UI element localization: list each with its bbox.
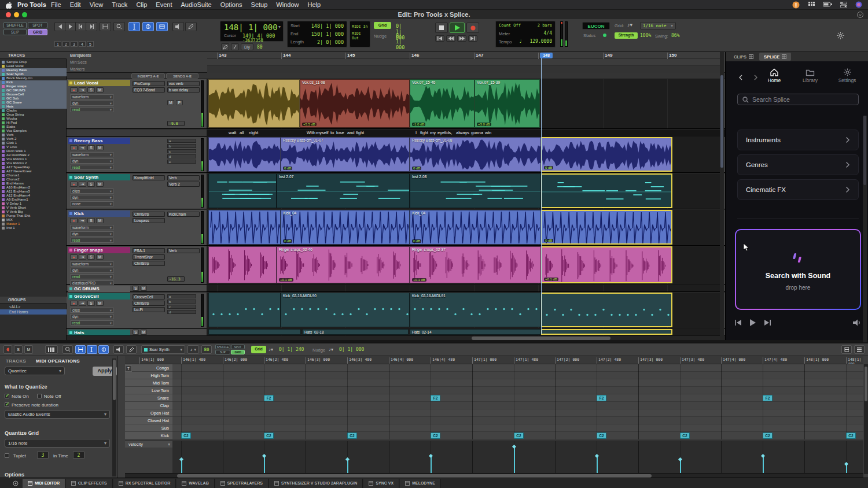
drum-lane-closed-hat[interactable]: Closed Hat [125,417,172,424]
checkbox-box[interactable] [5,394,9,398]
toolbar-gear-icon[interactable] [837,32,844,39]
selected-clip[interactable]: 0 dB [541,137,672,172]
sidebar-track-a9-endharm1[interactable]: A9 EndHarm1 [0,198,67,202]
midi-record-icon[interactable] [3,345,12,354]
start-value[interactable]: 148| 1| 000 [311,23,344,29]
mute-button[interactable]: M [141,330,147,335]
velocity-diamond[interactable] [595,454,599,458]
preview-play-icon[interactable] [750,319,756,326]
solo-button[interactable]: S [133,286,139,291]
track-lane-groovecell[interactable]: Kick_02-16-MIDI-90Kick_02-16-MIDI-91 [207,293,722,328]
track-view-select-dyn[interactable]: dyn▾ [70,158,114,164]
sidebar-track-a12-endharm4[interactable]: A12 EndHarm4 [0,194,67,198]
sends-column-header[interactable]: SENDS A-E [166,73,198,79]
lane-row-sub[interactable] [172,424,863,432]
lane-row-snare[interactable] [172,394,863,402]
midi-note-f2[interactable]: F2 [264,395,274,401]
tracks-list-header[interactable]: TRACKS [0,52,67,59]
sidebar-track-mix[interactable]: MIX [0,218,67,222]
sidebar-track-hi-pad[interactable]: Hi Pad [0,121,67,125]
drum-lane-snare[interactable]: Snare [125,394,172,402]
insert-psa-1[interactable]: PSA-1 [133,248,165,253]
velocity-diamond[interactable] [678,457,682,461]
nudge-value[interactable]: 0| 1| 000 [396,33,404,50]
selected-clip[interactable] [541,293,672,327]
sidebar-track-gc-snare[interactable]: GC Snare [0,101,67,105]
insert-kompltkntrl[interactable]: KompltKntrl [133,175,165,180]
midi-note-c2[interactable]: C2 [181,432,191,439]
audio-clip[interactable] [208,79,300,128]
sidebar-track-gc-sub[interactable]: GC Sub [0,97,67,101]
track-lane-finger-snaps[interactable]: Finger snaps_02-40+0.1 dBFinger snaps_02… [207,246,722,284]
track-lane-lead-vocal[interactable]: Vox.03_11-08+5.5 dBVox.07_15-46-1.0 dBVo… [207,79,722,128]
track-view-select-dyn[interactable]: dyn▾ [70,101,114,106]
pencil-tool-button[interactable] [185,22,197,31]
midi-note-f2[interactable]: F2 [431,395,440,401]
lane-row-closed-hat[interactable] [172,417,863,424]
main-counter[interactable]: 148| 1| 000 [224,23,278,32]
velocity-diamond[interactable] [262,454,266,458]
sidebar-track-wocka[interactable]: Wocka [0,117,67,121]
bar-number-145[interactable]: 145 [345,53,355,59]
lane-row-low-tom[interactable] [172,387,863,394]
midi-out-indicator[interactable]: MIDI Out [352,31,370,40]
solo-button[interactable]: S [87,218,95,223]
velocity-stem[interactable] [431,456,432,474]
audio-clip[interactable]: Reecey Bass-cm_01-070 dB [281,137,410,172]
grid-menu-icon[interactable] [808,1,815,8]
midi-default-velocity[interactable]: 80 [201,345,212,354]
midi-note-c2[interactable]: C2 [431,432,440,439]
track-view-select-none[interactable]: none▾ [70,201,114,206]
swing-value[interactable]: 86% [671,33,679,38]
solo-button[interactable]: S [87,254,95,260]
bottom-tab-midi-editor[interactable]: MIDI EDITOR [23,479,65,488]
go-to-end-button[interactable] [468,35,477,42]
selected-clip[interactable]: 0 dB [541,210,672,245]
menu-file[interactable]: File [51,1,61,8]
velocity-diamond[interactable] [429,454,433,458]
track-view-select-waveform[interactable]: waveform▾ [70,225,114,230]
insert-lowpass[interactable]: Lowpass [133,218,165,223]
insert-lo-fi[interactable]: Lo-Fi [133,307,165,312]
midi-in-indicator[interactable]: MIDI In [352,24,367,29]
velocity-diamond[interactable] [512,445,516,449]
send-slot-b[interactable]: b [167,300,196,304]
midi-note-f2[interactable]: F2 [763,395,773,401]
solo-button[interactable]: S [87,301,95,306]
grid-mode-button[interactable]: Grid [374,22,391,29]
skip-back-icon[interactable] [735,320,742,326]
sidebar-track-master-1[interactable]: Master 1 [0,222,67,226]
checkbox-note-on[interactable]: Note On [5,393,29,399]
sidebar-track-finger-snaps[interactable]: Finger snaps [0,84,67,88]
zoom-in-tool-button[interactable] [65,22,76,31]
sidebar-track-clacks[interactable]: Clacks [0,109,67,113]
velocity-stem[interactable] [597,456,598,474]
insert-chnlstrp[interactable]: ChnlStrp [133,261,165,266]
mode-slip[interactable]: SLIP [3,29,27,35]
splice-search-box[interactable] [737,94,859,105]
audio-clip[interactable]: Kick_040 dB [281,210,410,245]
scroll-left-tool-button[interactable] [75,22,87,31]
track-view-select-waveform[interactable]: waveform▾ [70,261,114,267]
midi-timeline-ruler[interactable]: 146|1| 000146|1| 480146|2| 000146|2| 480… [125,356,863,364]
velocity-diamond[interactable] [179,457,183,461]
memory-location-2[interactable]: 2 [62,41,69,47]
midi-nudge-value[interactable]: 0| 1| 000 [339,347,364,352]
velocity-stem[interactable] [763,456,764,474]
sidebar-track-block-melody-cm[interactable]: Block Melody.cm [0,76,67,80]
midi-note-c2[interactable]: C2 [264,432,274,439]
bottom-tab-rx-spectral-editor[interactable]: RX SPECTRAL EDITOR [113,479,176,488]
mode-grid[interactable]: GRID [28,29,47,35]
track-name-bar[interactable]: Reecey Bass [68,138,130,144]
scroll-right-tool-button[interactable] [86,22,97,31]
menu-view[interactable]: View [90,1,104,8]
track-name-bar[interactable]: Soar Synth [68,174,130,180]
record-enable-button[interactable]: ● [70,218,78,223]
lane-row-conga[interactable] [172,364,863,372]
lane-row-high-tom[interactable] [172,372,863,379]
sidebar-track-orca-string[interactable]: Orca String [0,113,67,117]
audio-clip[interactable] [208,293,281,327]
solo-button[interactable]: S [87,87,95,93]
midi-note-c2[interactable]: C2 [846,432,856,439]
control-center-icon[interactable] [840,2,847,8]
